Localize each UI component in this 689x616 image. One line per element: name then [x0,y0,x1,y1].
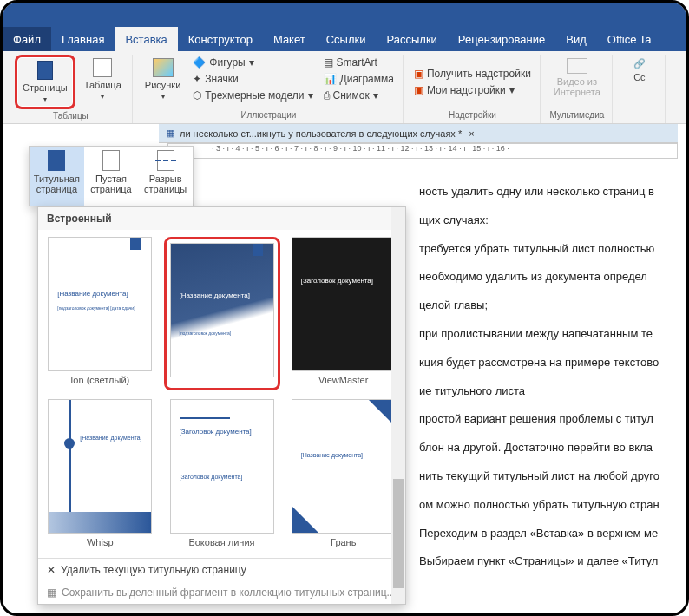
cube-icon: ⬡ [193,89,201,102]
gallery-item-ion-light[interactable]: [Название документа][подзаголовок докуме… [45,237,155,390]
smartart-button[interactable]: ▤SmartArt [320,55,397,70]
group-addins-label: Надстройки [449,108,496,121]
icons-icon: ✦ [193,73,201,85]
pictures-label: Рисунки [145,80,181,90]
cover-page-button[interactable]: Титульная страница [30,147,84,206]
page-icon [37,61,53,80]
video-label: Видео из Интернета [553,76,601,97]
store-icon: ▣ [414,68,423,80]
get-addins-button[interactable]: ▣Получить надстройки [410,66,535,82]
tab-mailings[interactable]: Рассылки [376,27,447,51]
doc-icon: ▦ [166,128,174,139]
tab-design[interactable]: Конструктор [178,27,263,51]
table-label: Таблица [84,80,121,90]
document-tab[interactable]: ▦ ли несколько ст...икнуть у пользовател… [159,124,678,143]
gallery-item-selected[interactable]: [Название документа][подзаголовок докуме… [164,237,280,390]
gallery-item-sideline[interactable]: [Заголовок документа][Заголовок документ… [164,399,280,551]
tab-references[interactable]: Ссылки [316,27,377,51]
tab-home[interactable]: Главная [51,27,115,51]
tab-insert[interactable]: Вставка [115,27,177,51]
tab-file[interactable]: Файл [3,27,51,51]
gallery-item-facet[interactable]: [Название документа] Грань [289,399,399,551]
pages-button[interactable]: Страницы ▾ [15,55,75,109]
shapes-icon: 🔷 [193,56,206,69]
page-break-icon [157,150,174,171]
picture-icon [153,58,174,77]
pictures-button[interactable]: Рисунки ▾ [140,55,187,108]
ruler: · 3 · ı · 4 · ı · 5 · ı · 6 · ı · 7 · ı … [167,143,678,159]
table-button[interactable]: Таблица ▾ [79,55,127,109]
gallery-item-viewmaster[interactable]: [Заголовок документа] ViewMaster [289,237,399,390]
group-tables-label: Таблицы [53,109,89,122]
chevron-down-icon: ▾ [43,95,47,103]
icons-button[interactable]: ✦Значки [189,71,316,87]
gallery-item-whisp[interactable]: [Название документа] Whisp [45,399,155,551]
link-icon: 🔗 [633,58,646,69]
cover-page-gallery: Встроенный [Название документа][подзагол… [37,206,406,605]
group-illustrations-label: Иллюстрации [240,108,296,121]
tab-layout[interactable]: Макет [263,27,316,51]
tab-office[interactable]: Office Ta [597,27,662,51]
screenshot-icon: ⎙ [324,89,330,102]
gallery-header: Встроенный [38,207,405,230]
addins-icon: ▣ [414,84,423,96]
links-button[interactable]: 🔗 Сс [620,55,659,121]
remove-cover-button[interactable]: ✕Удалить текущую титульную страницу [38,559,405,581]
blank-page-button[interactable]: Пустая страница [84,147,139,206]
models-button[interactable]: ⬡Трехмерные модели ▾ [189,88,316,103]
page-break-button[interactable]: Разрыв страницы [138,147,193,206]
close-icon[interactable]: × [469,128,474,139]
video-icon [567,58,587,74]
chart-icon: 📊 [324,73,337,85]
cover-page-icon [48,150,65,171]
blank-page-icon [102,150,120,171]
my-addins-button[interactable]: ▣Мои надстройки ▾ [410,82,535,98]
tab-review[interactable]: Рецензирование [448,27,555,51]
group-media-label: Мультимедиа [549,108,604,121]
table-icon [93,58,112,77]
gallery-scrollbar[interactable] [391,207,405,604]
pages-label: Страницы [23,82,68,93]
document-body: ность удалить одну или несколько страниц… [410,167,678,605]
save-icon: ▦ [47,587,56,599]
screenshot-button[interactable]: ⎙Снимок ▾ [320,88,397,103]
shapes-button[interactable]: 🔷Фигуры ▾ [189,55,316,70]
smartart-icon: ▤ [324,56,333,69]
remove-icon: ✕ [47,564,56,576]
chevron-down-icon: ▾ [161,93,165,101]
video-button[interactable]: Видео из Интернета [548,55,607,108]
save-cover-button: ▦Сохранить выделенный фрагмент в коллекц… [38,581,405,604]
links-label: Сс [633,72,645,82]
chart-button[interactable]: 📊Диаграмма [320,71,397,87]
chevron-down-icon: ▾ [101,93,104,101]
tab-view[interactable]: Вид [555,27,597,51]
